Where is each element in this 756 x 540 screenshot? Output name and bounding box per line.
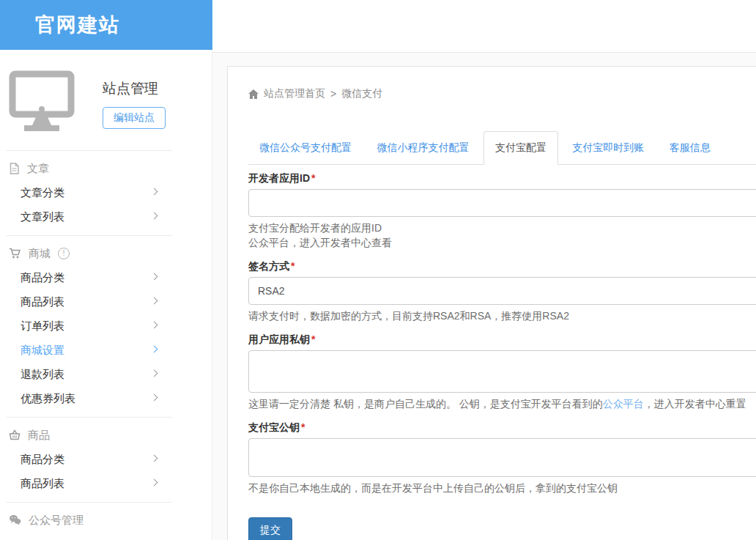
sidebar-item-label: 文章分类 bbox=[21, 186, 64, 199]
field-label: 支付宝公钥* bbox=[248, 421, 756, 434]
tab-bar: 微信公众号支付配置 微信小程序支付配置 支付宝配置 支付宝即时到账 客服信息 bbox=[248, 131, 756, 165]
app-window: 官网建站 站点管理 编辑站点 文章 bbox=[0, 0, 756, 540]
sidebar-section-mall: 商城 ! 商品分类 商品列表 订单列表 商城设置 bbox=[0, 236, 212, 417]
document-icon bbox=[9, 163, 20, 174]
basket-icon bbox=[9, 429, 21, 440]
sidebar-item-label: 文章列表 bbox=[21, 210, 64, 223]
sidebar-item-label: 商品列表 bbox=[21, 477, 64, 489]
chevron-right-icon bbox=[151, 370, 158, 377]
sidebar-section-header-official-account[interactable]: 公众号管理 bbox=[0, 508, 212, 532]
chevron-right-icon bbox=[151, 455, 158, 462]
form-group-private-key: 用户应用私钥* 这里请一定分清楚 私钥，是商户自己生成的。 公钥，是支付宝开发平… bbox=[248, 333, 756, 411]
sidebar-item-label: 商品分类 bbox=[21, 453, 64, 465]
field-help-text: 公众平台，进入开发者中心查看 bbox=[248, 235, 756, 250]
sidebar-item-order-list[interactable]: 订单列表 bbox=[0, 314, 212, 338]
field-help-text: 请求支付时，数据加密的方式，目前支持RSA2和RSA，推荐使用RSA2 bbox=[248, 308, 756, 323]
sidebar-section-official-account: 公众号管理 bbox=[0, 503, 212, 539]
sidebar-section-header-mall: 商城 ! bbox=[0, 241, 212, 265]
chevron-right-icon bbox=[151, 346, 158, 353]
cart-icon bbox=[9, 248, 21, 259]
sidebar-item-mall-settings[interactable]: 商城设置 bbox=[0, 338, 212, 362]
monitor-icon bbox=[9, 70, 75, 132]
sidebar-section-label: 文章 bbox=[27, 156, 49, 180]
submit-button[interactable]: 提交 bbox=[248, 517, 292, 540]
sidebar-item-refund-list[interactable]: 退款列表 bbox=[0, 362, 212, 386]
sidebar-section-articles: 文章 文章分类 文章列表 bbox=[0, 151, 212, 235]
sidebar-item-goods-categories[interactable]: 商品分类 bbox=[0, 447, 212, 471]
breadcrumb-home-link[interactable]: 站点管理首页 bbox=[264, 87, 325, 100]
field-label-text: 支付宝公钥 bbox=[248, 421, 300, 433]
sidebar-item-label: 退款列表 bbox=[21, 368, 64, 380]
public-platform-link[interactable]: 公众平台 bbox=[603, 398, 644, 410]
sidebar-item-article-list[interactable]: 文章列表 bbox=[0, 204, 212, 229]
developer-app-id-input[interactable] bbox=[248, 189, 756, 217]
chevron-right-icon bbox=[151, 394, 158, 402]
help-text-part: 这里请一定分清楚 私钥，是商户自己生成的。 公钥，是支付宝开发平台看到的 bbox=[248, 398, 603, 410]
help-text-part: ，进入开发者中心重置 bbox=[644, 398, 746, 410]
sidebar-section-header-articles: 文章 bbox=[0, 156, 212, 180]
field-label-text: 开发者应用ID bbox=[248, 172, 310, 184]
sidebar-item-coupon-list[interactable]: 优惠券列表 bbox=[0, 386, 212, 410]
form-group-sign-type: 签名方式* 请求支付时，数据加密的方式，目前支持RSA2和RSA，推荐使用RSA… bbox=[248, 259, 756, 323]
form-group-app-id: 开发者应用ID* 支付宝分配给开发者的应用ID 公众平台，进入开发者中心查看 bbox=[248, 171, 756, 250]
required-marker: * bbox=[301, 421, 305, 433]
home-icon bbox=[248, 89, 259, 99]
sign-type-input[interactable] bbox=[248, 277, 756, 305]
chevron-right-icon bbox=[151, 479, 158, 487]
main-area: 站点管理首页 > 微信支付 微信公众号支付配置 微信小程序支付配置 支付宝配置 … bbox=[212, 53, 756, 540]
chevron-right-icon bbox=[151, 297, 158, 305]
alert-circle-icon: ! bbox=[58, 248, 70, 259]
sidebar-item-label: 商城设置 bbox=[21, 344, 64, 356]
breadcrumb: 站点管理首页 > 微信支付 bbox=[248, 87, 756, 100]
chevron-right-icon bbox=[151, 273, 158, 281]
field-label: 签名方式* bbox=[248, 259, 756, 273]
user-private-key-textarea[interactable] bbox=[248, 350, 756, 393]
tab-wechat-official-pay[interactable]: 微信公众号支付配置 bbox=[248, 132, 363, 164]
required-marker: * bbox=[291, 260, 294, 272]
chevron-right-icon bbox=[151, 188, 158, 196]
alipay-config-form: 开发者应用ID* 支付宝分配给开发者的应用ID 公众平台，进入开发者中心查看 签… bbox=[248, 171, 756, 540]
sidebar-item-label: 订单列表 bbox=[21, 319, 64, 332]
breadcrumb-separator: > bbox=[330, 88, 336, 100]
sidebar-menu: 文章 文章分类 文章列表 bbox=[0, 150, 212, 539]
form-group-alipay-public-key: 支付宝公钥* 不是你自己本地生成的，而是在开发平台中上传自己的公钥后，拿到的支付… bbox=[248, 421, 756, 495]
chevron-right-icon bbox=[151, 322, 158, 329]
edit-site-button[interactable]: 编辑站点 bbox=[103, 107, 166, 129]
sidebar: 站点管理 编辑站点 文章 文章分类 文章列表 bbox=[0, 50, 212, 540]
site-management-title: 站点管理 bbox=[103, 79, 158, 98]
field-label: 用户应用私钥* bbox=[248, 333, 756, 346]
tab-wechat-miniprogram-pay[interactable]: 微信小程序支付配置 bbox=[366, 132, 480, 164]
alipay-public-key-textarea[interactable] bbox=[248, 438, 756, 477]
sidebar-item-label: 商品列表 bbox=[21, 295, 64, 308]
sidebar-section-label: 公众号管理 bbox=[29, 508, 84, 532]
required-marker: * bbox=[311, 333, 315, 345]
sidebar-item-article-categories[interactable]: 文章分类 bbox=[0, 180, 212, 204]
sidebar-item-label: 商品分类 bbox=[21, 271, 64, 284]
chevron-right-icon bbox=[151, 212, 158, 220]
field-help-text: 不是你自己本地生成的，而是在开发平台中上传自己的公钥后，拿到的支付宝公钥 bbox=[248, 481, 756, 495]
sidebar-section-header-products: 商品 bbox=[0, 423, 212, 447]
sidebar-section-label: 商城 bbox=[29, 241, 51, 265]
field-label-text: 用户应用私钥 bbox=[248, 333, 310, 345]
sidebar-item-goods-list[interactable]: 商品列表 bbox=[0, 471, 212, 495]
sidebar-item-product-list[interactable]: 商品列表 bbox=[0, 289, 212, 314]
breadcrumb-current: 微信支付 bbox=[341, 87, 382, 100]
sidebar-section-label: 商品 bbox=[28, 423, 50, 447]
top-navbar bbox=[212, 0, 756, 53]
sidebar-item-product-categories[interactable]: 商品分类 bbox=[0, 265, 212, 289]
app-logo: 官网建站 bbox=[0, 0, 212, 50]
sidebar-item-label: 优惠券列表 bbox=[21, 392, 75, 404]
tab-alipay-config[interactable]: 支付宝配置 bbox=[483, 131, 558, 165]
field-help-text: 这里请一定分清楚 私钥，是商户自己生成的。 公钥，是支付宝开发平台看到的公众平台… bbox=[248, 396, 756, 411]
field-label: 开发者应用ID* bbox=[248, 171, 756, 185]
wechat-icon bbox=[9, 514, 21, 525]
tab-customer-service[interactable]: 客服信息 bbox=[659, 132, 722, 164]
tab-alipay-instant[interactable]: 支付宝即时到账 bbox=[561, 132, 655, 164]
content-panel: 站点管理首页 > 微信支付 微信公众号支付配置 微信小程序支付配置 支付宝配置 … bbox=[227, 66, 756, 540]
sidebar-section-products: 商品 商品分类 商品列表 bbox=[0, 418, 212, 502]
field-label-text: 签名方式 bbox=[248, 260, 289, 272]
field-help-text: 支付宝分配给开发者的应用ID bbox=[248, 221, 756, 235]
required-marker: * bbox=[311, 172, 315, 184]
